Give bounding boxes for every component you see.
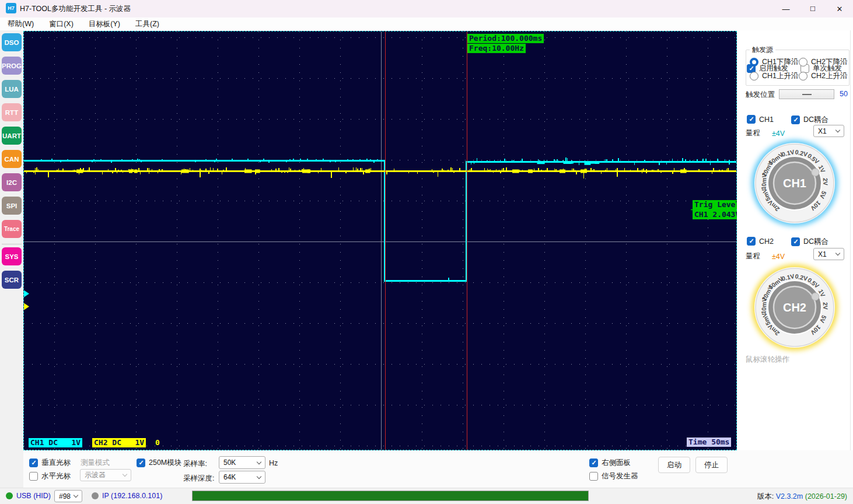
ch1-range-label: 量程: [746, 128, 760, 138]
trigger-pos-slider[interactable]: [779, 89, 834, 99]
sidebar-item-dso[interactable]: DSO: [2, 33, 22, 51]
signal-generator-label: 信号发生器: [602, 471, 638, 481]
ch2-range-knob[interactable]: 2mV5mV10mV20mV50mV0.1V0.2V0.5V1V2V5V10VC…: [754, 267, 835, 348]
sidebar-item-rtt[interactable]: RTT: [2, 103, 22, 121]
ch2-mult-value: X1: [818, 250, 827, 258]
ch1-coupling-label: DC耦合: [803, 115, 828, 125]
menu-window[interactable]: 窗口(X): [41, 18, 81, 30]
v-cursor-row: 垂直光标: [29, 458, 71, 468]
version-label: 版本:: [757, 492, 774, 501]
ch2-enable-checkbox[interactable]: [747, 237, 756, 246]
sidebar-item-can[interactable]: CAN: [2, 150, 22, 168]
horizontal-cursor-label: 水平光标: [41, 471, 71, 481]
sidebar-item-lua[interactable]: LUA: [2, 80, 22, 98]
close-button[interactable]: ✕: [826, 0, 853, 18]
trigger-pos-label-row: 触发位置: [746, 90, 775, 100]
sidebar-item-sys[interactable]: SYS: [2, 247, 22, 265]
ch1-coupling-checkbox[interactable]: [791, 116, 800, 124]
signal-generator-checkbox[interactable]: [589, 472, 598, 481]
menu-targetboard[interactable]: 目标板(Y): [81, 18, 128, 30]
module-250m-row: 250M模块: [137, 458, 181, 468]
ch1-knob-canvas: 2mV5mV10mV20mV50mV0.1V0.2V0.5V1V2V5V10VC…: [754, 143, 835, 223]
sample-rate-unit: Hz: [269, 459, 278, 467]
minimize-button[interactable]: —: [772, 0, 799, 18]
trigger-option-row: CH2上升沿: [799, 71, 848, 81]
ch1-enable-row: CH1: [747, 115, 774, 124]
right-panel-checkbox[interactable]: [589, 459, 598, 467]
vertical-cursor-checkbox[interactable]: [29, 459, 38, 467]
status-bar: USB (HID) #98 IP (192.168.0.101) 版本: V2.…: [0, 488, 853, 504]
ch1-mult-dropdown[interactable]: X1: [813, 125, 844, 137]
trigger-option-row: CH1上升沿: [750, 71, 799, 81]
ch2-rising-radio[interactable]: [799, 72, 807, 80]
svg-text:CH1: CH1: [783, 177, 806, 190]
device-id-dropdown[interactable]: #98: [54, 490, 82, 502]
maximize-button[interactable]: ☐: [799, 0, 826, 18]
stop-button[interactable]: 停止: [695, 457, 728, 473]
ch1-enable-label: CH1: [759, 116, 774, 124]
h-cursor-row: 水平光标: [29, 471, 71, 481]
ch1-falling-label: CH1下降沿: [762, 57, 799, 67]
chevron-down-icon: [257, 459, 261, 464]
sidebar-item-trace[interactable]: Trace: [2, 220, 22, 238]
ch1-mult-value: X1: [818, 127, 827, 135]
chevron-down-icon: [257, 474, 261, 478]
ch1-channel-badge: CH1 DC 1V: [29, 438, 82, 447]
ch2-rising-label: CH2上升沿: [811, 71, 848, 81]
ch2-coupling-checkbox[interactable]: [791, 237, 800, 246]
sidebar: DSO PROG LUA RTT UART CAN I2C SPI Trace …: [0, 30, 23, 488]
right-panel-label: 右侧面板: [602, 458, 631, 468]
svg-text:2V: 2V: [822, 302, 830, 310]
zero-marker-label: 0: [153, 438, 162, 447]
ch1-coupling-row: DC耦合: [791, 115, 828, 125]
app-icon: H7: [6, 3, 16, 13]
trigger-pos-value: 50: [840, 90, 848, 98]
sidebar-item-prog[interactable]: PROG: [2, 57, 22, 75]
mouse-wheel-hint: 鼠标滚轮操作: [746, 355, 789, 365]
svg-text:2V: 2V: [822, 178, 830, 186]
ch1-rising-radio[interactable]: [750, 72, 758, 80]
module-250m-label: 250M模块: [149, 458, 181, 468]
sidebar-item-i2c[interactable]: I2C: [2, 173, 22, 191]
usb-status-label: USB (HID): [16, 492, 51, 500]
period-readout: Period:100.000ms: [467, 34, 544, 43]
sample-depth-dropdown[interactable]: 64K: [219, 471, 265, 484]
acquisition-progress-bar: [192, 491, 589, 501]
sidebar-item-scr[interactable]: SCR: [2, 271, 22, 289]
ch2-mult-dropdown[interactable]: X1: [813, 248, 844, 260]
right-panel-toggle-row: 右侧面板: [589, 458, 631, 468]
measure-mode-dropdown[interactable]: 示波器: [80, 469, 131, 481]
ch1-rising-label: CH1上升沿: [762, 71, 799, 81]
ch1-enable-checkbox[interactable]: [747, 115, 756, 124]
trigger-source-group: 触发源 CH1下降沿 CH2下降沿 CH1上升沿 CH2上升沿: [746, 50, 849, 86]
sidebar-item-spi[interactable]: SPI: [2, 197, 22, 215]
chevron-down-icon: [835, 251, 840, 256]
trigger-option-row: CH1下降沿: [750, 57, 799, 67]
menu-tools[interactable]: 工具(Z): [128, 18, 167, 30]
sample-depth-value: 64K: [223, 473, 236, 481]
ch2-falling-radio[interactable]: [799, 58, 807, 66]
horizontal-cursor-checkbox[interactable]: [29, 472, 38, 481]
start-button[interactable]: 启动: [658, 457, 690, 473]
scope-canvas: [24, 32, 736, 450]
version-value: V2.3.2m: [776, 492, 803, 501]
ch1-range-knob[interactable]: 2mV5mV10mV20mV50mV0.1V0.2V0.5V1V2V5V10VC…: [754, 143, 835, 223]
ip-status-label: IP (192.168.0.101): [102, 492, 162, 500]
freq-readout: Freq:10.00Hz: [467, 44, 526, 53]
slider-handle[interactable]: [802, 94, 812, 95]
trigger-source-title: 触发源: [750, 45, 775, 55]
waveform-display[interactable]: Period:100.000ms Freq:10.00Hz Trig Level…: [23, 31, 737, 450]
ch1-falling-radio[interactable]: [750, 58, 758, 66]
ch2-channel-badge: CH2 DC 1V: [92, 438, 146, 447]
sample-rate-dropdown[interactable]: 50K: [219, 456, 265, 469]
ch2-range-label: 量程: [746, 251, 760, 261]
ch2-enable-row: CH2: [747, 237, 774, 246]
vertical-cursor-label: 垂直光标: [41, 458, 71, 468]
sidebar-item-uart[interactable]: UART: [2, 127, 22, 145]
module-250m-checkbox[interactable]: [137, 459, 145, 467]
bottom-control-bar: 垂直光标 水平光标 测量模式 示波器 250M模块 采样率: 50K Hz 采样…: [23, 450, 853, 488]
ch2-enable-label: CH2: [759, 237, 774, 246]
trig-level-label: Trig Level: [693, 200, 742, 209]
window-title: H7-TOOL多功能开发工具 - 示波器: [20, 4, 131, 14]
menu-help[interactable]: 帮助(W): [0, 18, 41, 30]
